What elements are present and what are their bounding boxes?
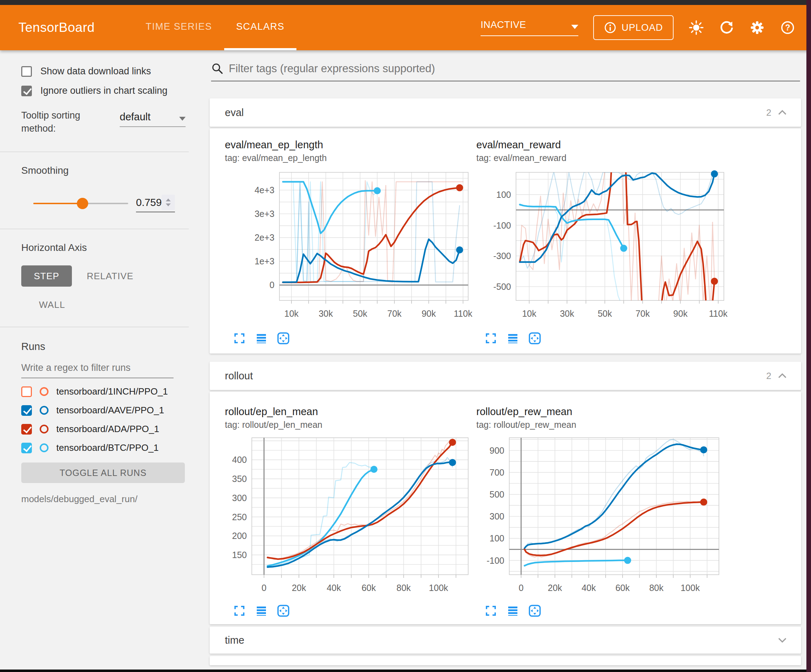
run-checkbox-ada[interactable]	[21, 424, 32, 435]
smoothing-slider-thumb[interactable]	[77, 198, 88, 209]
fullscreen-icon[interactable]	[232, 604, 246, 618]
run-checkbox-1inch[interactable]	[21, 386, 32, 397]
run-checkbox-aave[interactable]	[21, 405, 32, 416]
run-row-btc[interactable]: tensorboard/BTC/PPO_1	[21, 442, 189, 453]
data-table-icon[interactable]	[506, 604, 519, 618]
main-content: eval 2 eval/mean_ep_length tag: eval/mea…	[189, 50, 806, 670]
run-row-aave[interactable]: tensorboard/AAVE/PPO_1	[21, 405, 189, 416]
stepper-down-icon[interactable]	[166, 203, 171, 206]
chart-canvas[interactable]: 01e+32e+33e+34e+310k30k50k70k90k110k	[225, 168, 480, 331]
svg-text:20k: 20k	[292, 583, 306, 593]
svg-text:0: 0	[519, 583, 523, 593]
axis-step-button[interactable]: STEP	[21, 266, 72, 287]
chevron-down-icon	[179, 117, 186, 121]
section-header-time[interactable]: time	[210, 627, 801, 653]
run-color-circle[interactable]	[40, 443, 49, 452]
run-label: tensorboard/1INCH/PPO_1	[56, 386, 168, 397]
data-table-icon[interactable]	[506, 332, 519, 345]
ignore-outliers-checkbox[interactable]	[21, 86, 32, 96]
tooltip-sorting-select[interactable]: default	[120, 111, 186, 127]
run-row-1inch[interactable]: tensorboard/1INCH/PPO_1	[21, 386, 189, 397]
settings-gear-icon[interactable]	[749, 20, 765, 36]
svg-text:10k: 10k	[284, 308, 299, 318]
chart-toolbar	[225, 604, 494, 618]
chart-canvas[interactable]: 150200250300350400020k40k60k80k100k	[225, 433, 480, 603]
ignore-outliers-row[interactable]: Ignore outliers in chart scaling	[21, 85, 189, 96]
data-table-icon[interactable]	[254, 332, 268, 345]
tab-scalars[interactable]: SCALARS	[224, 5, 297, 50]
section-count-badge: 2	[766, 107, 771, 118]
collapse-chevron-up-icon[interactable]	[778, 373, 787, 379]
brightness-icon[interactable]	[689, 20, 704, 36]
chart-tag: tag: eval/mean_ep_length	[225, 153, 494, 163]
help-icon[interactable]: ?	[780, 20, 796, 36]
smoothing-value-input[interactable]	[136, 197, 161, 208]
collapse-chevron-down-icon[interactable]	[778, 637, 787, 643]
app-title: TensorBoard	[0, 5, 95, 50]
stepper-up-icon[interactable]	[166, 198, 171, 201]
chart-title: eval/mean_reward	[476, 139, 745, 151]
section-header-rollout[interactable]: rollout 2	[210, 362, 801, 390]
svg-text:-500: -500	[493, 282, 511, 291]
tag-filter-input[interactable]	[229, 61, 800, 76]
run-row-ada[interactable]: tensorboard/ADA/PPO_1	[21, 423, 189, 435]
chart-title: rollout/ep_rew_mean	[476, 406, 745, 418]
upload-label: UPLOAD	[621, 22, 663, 33]
smoothing-stepper[interactable]	[161, 195, 175, 210]
smoothing-slider[interactable]	[33, 203, 128, 204]
svg-text:500: 500	[489, 489, 504, 499]
run-color-circle[interactable]	[40, 406, 49, 415]
tab-time-series[interactable]: TIME SERIES	[134, 5, 224, 50]
svg-text:110k: 110k	[454, 308, 472, 318]
svg-text:90k: 90k	[421, 308, 436, 318]
svg-text:700: 700	[489, 467, 504, 477]
refresh-icon[interactable]	[719, 20, 735, 36]
tooltip-sorting-label: Tooltip sorting method:	[21, 109, 110, 135]
toggle-all-runs-button[interactable]: TOGGLE ALL RUNS	[21, 462, 185, 483]
divider	[0, 229, 189, 229]
fullscreen-icon[interactable]	[484, 604, 497, 618]
chart-canvas[interactable]: -100100300500700900020k40k60k80k100k	[476, 433, 731, 603]
svg-text:-100: -100	[493, 220, 511, 230]
svg-text:60k: 60k	[361, 583, 376, 593]
svg-text:-300: -300	[493, 251, 511, 261]
status-dropdown[interactable]: INACTIVE	[480, 19, 579, 36]
svg-text:100: 100	[496, 190, 511, 200]
upload-button[interactable]: UPLOAD	[593, 15, 674, 40]
fit-domain-icon[interactable]	[277, 332, 290, 345]
axis-relative-button[interactable]: RELATIVE	[87, 271, 134, 282]
fit-domain-icon[interactable]	[528, 332, 541, 345]
smoothing-value-box	[136, 195, 175, 212]
chevron-down-icon	[571, 25, 579, 29]
chart-canvas[interactable]: 100-100-300-50010k30k50k70k90k110k	[476, 168, 731, 331]
fullscreen-icon[interactable]	[232, 332, 246, 345]
tag-filter-bar	[211, 61, 800, 81]
fit-domain-icon[interactable]	[277, 604, 290, 618]
svg-text:80k: 80k	[397, 583, 411, 593]
svg-text:110k: 110k	[709, 308, 728, 318]
section-header-eval[interactable]: eval 2	[210, 98, 801, 127]
tooltip-sorting-row: Tooltip sorting method: default	[21, 109, 189, 135]
run-label: tensorboard/BTC/PPO_1	[56, 442, 159, 453]
run-checkbox-btc[interactable]	[21, 443, 32, 453]
chart-toolbar	[476, 604, 745, 618]
run-color-circle[interactable]	[40, 387, 49, 396]
section-name: time	[225, 635, 244, 646]
svg-text:300: 300	[232, 493, 247, 503]
collapse-chevron-up-icon[interactable]	[778, 110, 787, 115]
smoothing-control	[21, 195, 189, 212]
fullscreen-icon[interactable]	[484, 332, 497, 345]
svg-text:50k: 50k	[353, 308, 368, 318]
screen-bottom-edge	[0, 670, 811, 672]
tensorboard-app: TensorBoard TIME SERIES SCALARS INACTIVE…	[0, 0, 811, 672]
run-label: tensorboard/AAVE/PPO_1	[56, 405, 164, 416]
axis-wall-button[interactable]: WALL	[39, 300, 65, 310]
runs-filter-input[interactable]	[21, 360, 173, 378]
header-actions: INACTIVE UPLOAD	[480, 5, 811, 50]
show-download-links-checkbox[interactable]	[21, 66, 32, 77]
fit-domain-icon[interactable]	[528, 604, 541, 618]
run-color-circle[interactable]	[40, 425, 49, 433]
show-download-links-row[interactable]: Show data download links	[21, 66, 189, 77]
data-table-icon[interactable]	[254, 604, 268, 618]
chart-tag: tag: rollout/ep_len_mean	[225, 420, 494, 430]
